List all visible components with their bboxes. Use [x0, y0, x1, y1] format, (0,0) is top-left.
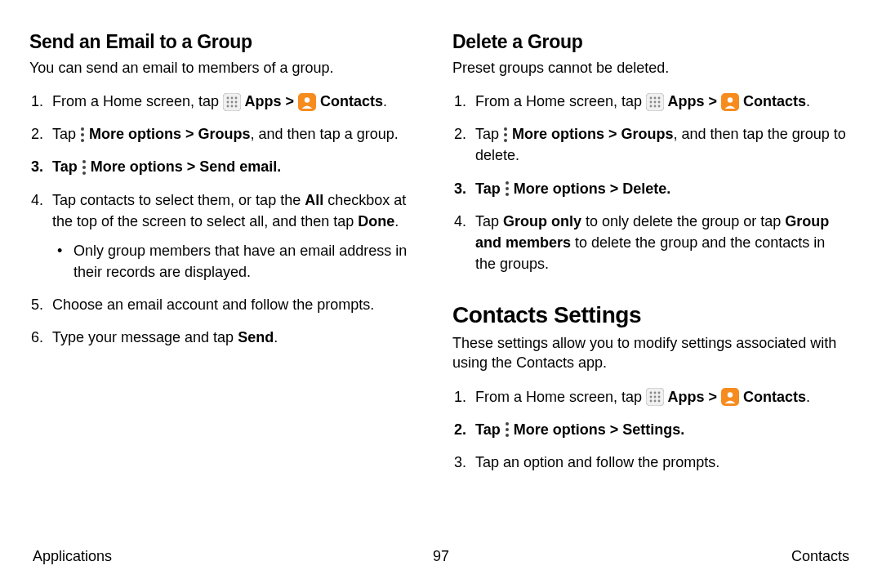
more-options-icon: [505, 421, 510, 438]
step: From a Home screen, tap Apps > Contacts.: [452, 386, 849, 408]
step: From a Home screen, tap Apps > Contacts.: [29, 91, 426, 112]
delete-group-lead: Preset groups cannot be deleted.: [452, 58, 849, 78]
step: Choose an email account and follow the p…: [29, 294, 426, 315]
step: Tap an option and follow the prompts.: [452, 452, 849, 473]
apps-icon: [646, 388, 664, 406]
contacts-icon: [721, 388, 739, 406]
step: Tap contacts to select them, or tap the …: [29, 189, 426, 283]
step: Tap More options > Groups, and then tap …: [29, 123, 426, 145]
more-options-icon: [80, 127, 85, 143]
page-columns: Send an Email to a Group You can send an…: [29, 31, 849, 484]
apps-icon: [646, 93, 664, 111]
left-column: Send an Email to a Group You can send an…: [29, 31, 426, 484]
contacts-settings-lead: These settings allow you to modify setti…: [452, 333, 849, 373]
send-email-steps: From a Home screen, tap Apps > Contacts.…: [29, 91, 426, 348]
footer-right: Contacts: [791, 548, 849, 565]
step: Tap More options > Groups, and then tap …: [452, 123, 849, 166]
contacts-icon: [721, 93, 739, 111]
send-email-heading: Send an Email to a Group: [29, 31, 426, 53]
step: Tap More options > Delete.: [452, 178, 849, 199]
contacts-icon: [298, 93, 316, 111]
page-number: 97: [433, 548, 449, 565]
step: Tap More options > Send email.: [29, 156, 426, 177]
step: Tap More options > Settings.: [452, 419, 849, 440]
page-footer: Applications 97 Contacts: [33, 548, 849, 565]
contacts-settings-heading: Contacts Settings: [452, 302, 849, 328]
contacts-settings-steps: From a Home screen, tap Apps > Contacts.…: [452, 386, 849, 473]
right-column: Delete a Group Preset groups cannot be d…: [452, 31, 849, 484]
more-options-icon: [505, 180, 510, 197]
step: From a Home screen, tap Apps > Contacts.: [452, 91, 849, 112]
delete-group-steps: From a Home screen, tap Apps > Contacts.…: [452, 91, 849, 274]
step: Tap Group only to only delete the group …: [452, 211, 849, 274]
bullet: Only group members that have an email ad…: [52, 240, 426, 283]
footer-left: Applications: [33, 548, 112, 565]
apps-icon: [223, 93, 241, 111]
send-email-lead: You can send an email to members of a gr…: [29, 58, 426, 78]
more-options-icon: [82, 159, 87, 176]
step: Type your message and tap Send.: [29, 327, 426, 348]
delete-group-heading: Delete a Group: [452, 31, 849, 53]
more-options-icon: [503, 127, 508, 143]
